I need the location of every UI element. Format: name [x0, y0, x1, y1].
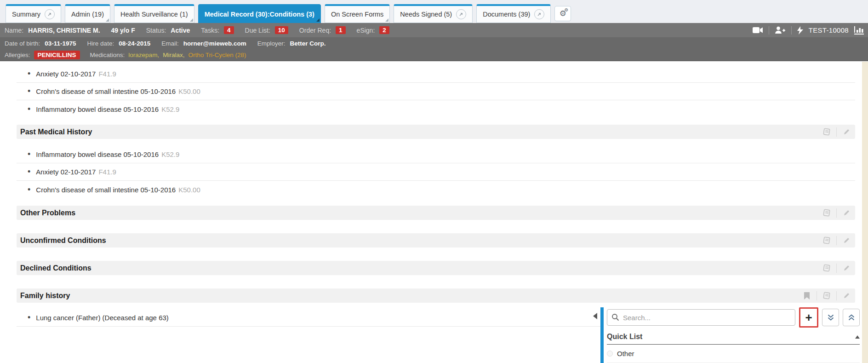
divider: [836, 127, 837, 137]
bookmark-icon[interactable]: [802, 291, 812, 301]
tab-summary[interactable]: Summary: [6, 4, 61, 23]
pencil-icon[interactable]: [841, 127, 851, 137]
section-unconfirmed-conditions: Unconfirmed Conditions: [17, 233, 855, 248]
order-req-label: Order Req:: [299, 27, 331, 34]
tab-admin[interactable]: Admin (19): [65, 4, 110, 23]
icd-code: F41.9: [98, 70, 116, 78]
divider: [817, 291, 817, 300]
tab-medical-record-conditions[interactable]: Medical Record (30):Conditions (3): [198, 4, 321, 23]
patient-employer: Better Corp.: [290, 40, 326, 47]
condition-text: Inflammatory bowel disease 05-10-2016: [36, 105, 159, 113]
icd-code: K50.00: [178, 87, 200, 95]
collapse-panel-arrow-icon[interactable]: [593, 313, 597, 319]
due-list-count-badge[interactable]: 10: [275, 26, 288, 34]
pencil-icon[interactable]: [841, 236, 851, 246]
book-icon[interactable]: [822, 127, 832, 137]
quick-list-item-label: Other: [617, 350, 634, 357]
order-req-count-badge[interactable]: 1: [336, 26, 346, 34]
pencil-icon[interactable]: [841, 263, 851, 273]
external-link-icon[interactable]: [456, 9, 466, 19]
scrollbar-track[interactable]: [862, 62, 868, 363]
expand-all-button[interactable]: [822, 309, 839, 326]
patient-header-row-2: Date of birth: 03-11-1975 Hire date: 08-…: [0, 37, 868, 49]
tab-dropdown-fold: [106, 18, 109, 22]
video-call-icon[interactable]: [753, 27, 763, 34]
condition-text: Lung cancer (Father) (Deceased at age 63…: [36, 314, 169, 322]
status-label: Status:: [146, 27, 166, 34]
external-link-icon[interactable]: [534, 9, 544, 19]
tab-needs-signed[interactable]: Needs Signed (5): [394, 4, 473, 23]
divider: [791, 26, 792, 35]
settings-button[interactable]: [554, 6, 571, 21]
quick-list-header[interactable]: Quick List: [607, 333, 860, 345]
patient-header-row-1: Name: HARRIS, CHRISTINE M. 49 y/o F Stat…: [0, 23, 868, 37]
condition-row[interactable]: Inflammatory bowel disease 05-10-2016 K5…: [17, 146, 855, 163]
book-icon[interactable]: [822, 236, 832, 246]
tab-documents[interactable]: Documents (39): [476, 4, 551, 23]
collapse-all-button[interactable]: [843, 309, 860, 326]
past-medical-history-list: Inflammatory bowel disease 05-10-2016 K5…: [17, 146, 855, 198]
condition-row[interactable]: Inflammatory bowel disease 05-10-2016 K5…: [17, 100, 855, 118]
icd-code: K52.9: [161, 105, 179, 113]
quick-list-item-other[interactable]: Other: [607, 345, 860, 363]
dob-label: Date of birth:: [5, 40, 40, 47]
condition-text: Anxiety 02-10-2017: [36, 70, 96, 78]
collapse-section-icon[interactable]: [855, 335, 860, 339]
tab-documents-label: Documents (39): [483, 11, 530, 18]
radio-circle-icon: [607, 351, 613, 357]
patient-status: Active: [171, 27, 190, 34]
chevron-double-down-icon: [827, 314, 834, 321]
pencil-icon[interactable]: [841, 291, 851, 301]
search-icon: [611, 313, 619, 323]
external-link-icon[interactable]: [45, 9, 55, 19]
esign-count-badge[interactable]: 2: [379, 26, 389, 34]
icd-code: K52.9: [161, 150, 179, 158]
hire-date-label: Hire date:: [87, 40, 114, 47]
book-icon[interactable]: [822, 291, 832, 301]
patient-header: Name: HARRIS, CHRISTINE M. 49 y/o F Stat…: [0, 23, 868, 61]
allergy-badge[interactable]: PENICILLINS: [34, 51, 80, 59]
tab-dropdown-fold: [385, 18, 388, 22]
section-title: Family history: [20, 292, 70, 300]
condition-row[interactable]: Anxiety 02-10-2017 F41.9: [17, 163, 855, 181]
condition-text: Crohn's disease of small intestine 05-10…: [36, 186, 176, 194]
medication-item[interactable]: Miralax,: [163, 52, 184, 58]
condition-row[interactable]: Crohn's disease of small intestine 05-10…: [17, 181, 855, 198]
panel-search-row: +: [600, 306, 861, 328]
name-label: Name:: [5, 27, 23, 34]
section-title: Past Medical History: [20, 128, 92, 136]
condition-text: Anxiety 02-10-2017: [36, 168, 96, 176]
tab-dropdown-fold: [190, 18, 193, 22]
condition-row[interactable]: Crohn's disease of small intestine 05-10…: [17, 83, 855, 100]
patient-email: horner@mieweb.com: [183, 40, 246, 47]
bar-chart-icon[interactable]: [854, 26, 864, 35]
book-icon[interactable]: [822, 263, 832, 273]
section-title: Other Problems: [20, 209, 75, 217]
quick-list-title: Quick List: [607, 333, 642, 341]
tasks-count-badge[interactable]: 4: [224, 26, 234, 34]
tab-on-screen-forms[interactable]: On Screen Forms: [325, 4, 390, 23]
medication-item[interactable]: Ortho Tri-Cyclen (28): [188, 52, 246, 58]
patient-hire-date: 08-24-2015: [119, 40, 150, 47]
employer-label: Employer:: [257, 40, 286, 47]
panel-accent-bar: [600, 307, 604, 363]
add-person-icon[interactable]: [775, 26, 786, 34]
tab-summary-label: Summary: [12, 11, 40, 18]
tab-bar: Summary Admin (19) Health Surveillance (…: [0, 0, 868, 23]
pencil-icon[interactable]: [841, 208, 851, 218]
condition-row[interactable]: Anxiety 02-10-2017 F41.9: [17, 65, 855, 83]
condition-text: Crohn's disease of small intestine 05-10…: [36, 87, 176, 95]
divider: [836, 291, 837, 300]
due-list-label: Due List:: [245, 27, 270, 34]
book-icon[interactable]: [822, 208, 832, 218]
icd-code: K50.00: [178, 186, 200, 194]
section-declined-conditions: Declined Conditions: [17, 261, 855, 275]
search-input[interactable]: [607, 309, 795, 326]
active-conditions-list: Anxiety 02-10-2017 F41.9 Crohn's disease…: [17, 65, 855, 118]
lightning-icon[interactable]: [797, 26, 803, 35]
tab-health-surveillance[interactable]: Health Surveillance (1): [114, 4, 194, 23]
medications-label: Medications:: [90, 52, 125, 58]
add-condition-button[interactable]: +: [799, 307, 818, 328]
medication-item[interactable]: lorazepam,: [128, 52, 159, 58]
tab-dropdown-fold: [316, 18, 320, 22]
